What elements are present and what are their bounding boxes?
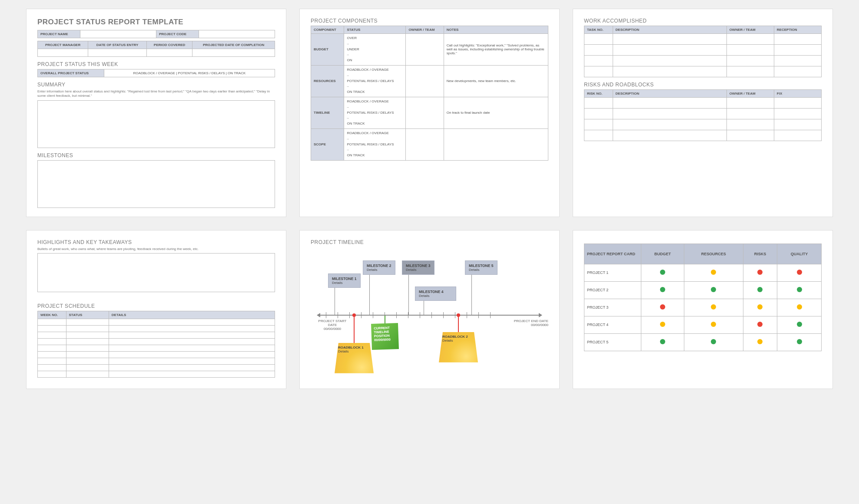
- schedule-table: WEEK NO. STATUS DETAILS: [37, 311, 275, 378]
- section-schedule: PROJECT SCHEDULE: [37, 303, 275, 309]
- schedule-row: [38, 365, 275, 371]
- component-row: BUDGET OVER–UNDER–ON Call out highlights…: [311, 34, 548, 66]
- tick: [338, 312, 338, 318]
- milestone-1: MILESTONE 1Details: [328, 273, 361, 288]
- highlights-box: [37, 253, 275, 292]
- label-project-code: PROJECT CODE: [156, 30, 199, 38]
- status-dot: [711, 304, 716, 310]
- component-row: SCOPE ROADBLOCK / OVERAGE–POTENTIAL RISK…: [311, 128, 548, 160]
- tick: [443, 312, 444, 318]
- tick: [361, 312, 362, 318]
- status-dot: [660, 304, 665, 310]
- section-summary: SUMMARY: [37, 82, 275, 88]
- schedule-row: [38, 345, 275, 352]
- highlights-note: Bullets of great work, who owns what, wh…: [37, 247, 275, 251]
- table-row: [584, 45, 822, 56]
- tick: [467, 312, 467, 318]
- status-dot: [797, 270, 802, 275]
- project-id-table: PROJECT NAME PROJECT CODE: [37, 30, 275, 38]
- work-table: TASK NO. DESCRIPTION OWNER / TEAM RECEPT…: [584, 26, 822, 77]
- components-table: COMPONENT STATUS OWNER / TEAM NOTES BUDG…: [311, 26, 548, 161]
- tick: [326, 312, 326, 318]
- tick: [396, 312, 397, 318]
- status-dot: [711, 287, 716, 292]
- report-card-row: PROJECT 3: [584, 299, 822, 316]
- table-row: [584, 98, 822, 109]
- status-dot: [711, 339, 716, 344]
- status-dot: [757, 304, 763, 310]
- status-dot: [757, 270, 763, 275]
- section-milestones: MILESTONES: [37, 152, 275, 158]
- status-dot: [660, 339, 665, 344]
- timeline: MILESTONE 1Details MILESTONE 2Details MI…: [311, 258, 548, 380]
- milestone-4: MILESTONE 4Details: [415, 287, 456, 301]
- status-dot: [711, 322, 716, 327]
- tick: [349, 312, 350, 318]
- status-dot: [660, 270, 665, 275]
- summary-box: [37, 100, 275, 148]
- table-row: [584, 109, 822, 119]
- current-position: CURRENT TIMELINE POSITION 00/00/0000: [371, 323, 399, 350]
- tick: [431, 312, 432, 318]
- milestones-box: [37, 160, 275, 208]
- tick: [478, 312, 479, 318]
- schedule-row: [38, 371, 275, 378]
- roadblock-1: ROADBLOCK 1Details: [335, 343, 374, 373]
- risks-table: RISK NO. DESCRIPTION OWNER / TEAM FIX: [584, 89, 822, 141]
- start-date: PROJECT START DATE00/00/0000: [315, 319, 350, 331]
- status-dot: [797, 339, 802, 344]
- report-card-row: PROJECT 2: [584, 281, 822, 299]
- status-dot: [757, 322, 763, 327]
- schedule-row: [38, 358, 275, 365]
- project-meta-table: PROJECT MANAGER DATE OF STATUS ENTRY PER…: [37, 41, 275, 57]
- tick: [490, 312, 491, 318]
- status-dot: [797, 322, 802, 327]
- component-row: RESOURCES ROADBLOCK / OVERAGE–POTENTIAL …: [311, 65, 548, 97]
- status-dot: [757, 287, 763, 292]
- report-card-row: PROJECT 1: [584, 264, 822, 281]
- schedule-row: [38, 352, 275, 358]
- tick: [373, 312, 373, 318]
- report-card-table: PROJECT REPORT CARD BUDGET RESOURCES RIS…: [584, 244, 822, 351]
- status-dot: [797, 304, 802, 310]
- component-row: TIMELINE ROADBLOCK / OVERAGE–POTENTIAL R…: [311, 97, 548, 128]
- milestone-5: MILESTONE 5Details: [465, 260, 497, 275]
- tick: [455, 312, 455, 318]
- page-1-status-report: PROJECT STATUS REPORT TEMPLATE PROJECT N…: [26, 9, 286, 217]
- section-highlights: HIGHLIGHTS AND KEY TAKEAWAYS: [37, 239, 275, 245]
- table-row: [584, 119, 822, 130]
- report-card-row: PROJECT 4: [584, 316, 822, 333]
- page-6-report-card: PROJECT REPORT CARD BUDGET RESOURCES RIS…: [573, 230, 833, 389]
- table-row: [584, 56, 822, 66]
- label-project-name: PROJECT NAME: [38, 30, 80, 38]
- section-status-this-week: PROJECT STATUS THIS WEEK: [37, 61, 275, 67]
- schedule-row: [38, 326, 275, 332]
- table-row: [584, 130, 822, 141]
- milestone-3: MILESTONE 3Details: [402, 260, 434, 275]
- page-2-components: PROJECT COMPONENTS COMPONENT STATUS OWNE…: [299, 9, 560, 217]
- end-date: PROJECT END DATE00/00/0000: [514, 319, 548, 327]
- page-4-highlights-schedule: HIGHLIGHTS AND KEY TAKEAWAYS Bullets of …: [26, 230, 286, 389]
- status-dot: [797, 287, 802, 292]
- page-3-work-risks: WORK ACCOMPLISHED TASK NO. DESCRIPTION O…: [573, 9, 833, 217]
- schedule-row: [38, 332, 275, 339]
- section-components: PROJECT COMPONENTS: [311, 18, 548, 24]
- schedule-row: [38, 339, 275, 345]
- roadblock-2: ROADBLOCK 2Details: [439, 332, 478, 362]
- overall-status-table: OVERALL PROJECT STATUS ROADBLOCK / OVERA…: [37, 69, 275, 77]
- status-dot: [757, 339, 763, 344]
- status-dot: [660, 322, 665, 327]
- milestone-2: MILESTONE 2Details: [363, 260, 395, 275]
- table-row: [584, 66, 822, 77]
- report-card-row: PROJECT 5: [584, 333, 822, 351]
- schedule-row: [38, 319, 275, 326]
- section-timeline: PROJECT TIMELINE: [311, 239, 548, 245]
- page-5-timeline: PROJECT TIMELINE MILESTONE 1Details MILE…: [299, 230, 560, 389]
- tick: [420, 312, 420, 318]
- section-work: WORK ACCOMPLISHED: [584, 18, 822, 24]
- status-dot: [711, 270, 716, 275]
- table-row: [584, 34, 822, 45]
- page-title: PROJECT STATUS REPORT TEMPLATE: [37, 18, 275, 26]
- section-risks: RISKS AND ROADBLOCKS: [584, 82, 822, 88]
- summary-note: Enter information here about overall sta…: [37, 89, 275, 99]
